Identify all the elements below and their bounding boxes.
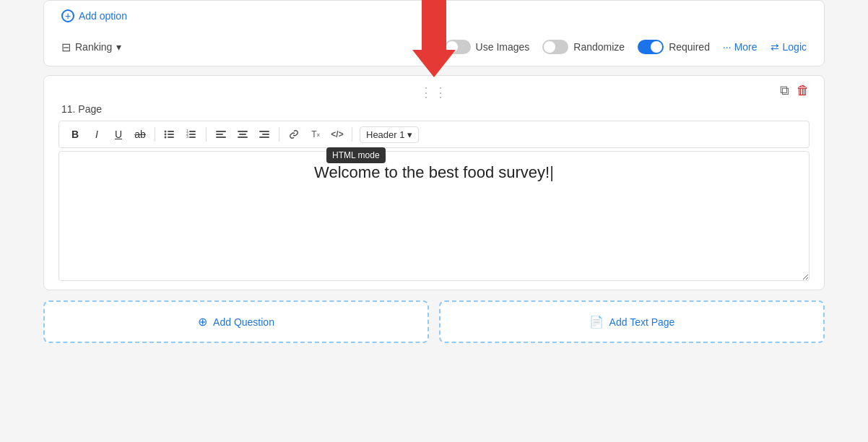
svg-text:3.: 3. — [186, 134, 189, 139]
add-text-page-icon: 📄 — [589, 315, 604, 329]
header-dropdown-label: Header 1 — [366, 129, 404, 140]
svg-rect-14 — [216, 136, 226, 138]
svg-point-4 — [165, 136, 167, 139]
svg-rect-3 — [168, 134, 174, 135]
svg-rect-12 — [216, 131, 226, 132]
ranking-button[interactable]: ⊟ Ranking ▾ — [61, 40, 121, 54]
divider-4 — [352, 127, 352, 142]
underline-button[interactable]: U — [108, 124, 129, 144]
align-left-button[interactable] — [211, 124, 231, 144]
add-question-icon: ⊕ — [198, 315, 207, 329]
html-mode-tooltip: HTML mode — [326, 147, 386, 163]
link-button[interactable] — [284, 124, 304, 144]
header-dropdown[interactable]: Header 1 ▾ — [360, 126, 419, 143]
delete-icon[interactable]: 🗑 — [797, 83, 810, 98]
add-text-page-button[interactable]: 📄 Add Text Page — [439, 300, 825, 343]
bullet-list-button[interactable] — [160, 124, 180, 144]
svg-rect-13 — [216, 134, 223, 135]
editor-content[interactable]: Welcome to the best food survey! — [58, 151, 810, 281]
add-option-icon: + — [61, 9, 74, 22]
add-question-label: Add Question — [213, 316, 274, 328]
italic-button[interactable]: I — [87, 124, 107, 144]
align-center-button[interactable] — [233, 124, 253, 144]
add-text-page-label: Add Text Page — [609, 316, 675, 328]
ranking-icon: ⊟ — [61, 40, 71, 54]
ranking-label: Ranking — [75, 41, 112, 53]
align-right-button[interactable] — [254, 124, 274, 144]
card-header: ⋮⋮ ⧉ 🗑 — [44, 76, 824, 100]
use-images-toggle-item: Use Images — [445, 40, 530, 54]
svg-rect-17 — [238, 136, 248, 138]
drag-handle-icon[interactable]: ⋮⋮ — [420, 84, 448, 100]
numbered-list-button[interactable]: 1. 2. 3. — [181, 124, 201, 144]
svg-rect-19 — [262, 134, 269, 135]
svg-rect-15 — [238, 131, 248, 132]
more-label: More — [734, 41, 758, 53]
logic-button[interactable]: ⇄ Logic — [771, 41, 807, 53]
svg-rect-16 — [239, 134, 246, 135]
add-question-button[interactable]: ⊕ Add Question — [43, 300, 429, 343]
use-images-toggle[interactable] — [445, 40, 471, 54]
divider-3 — [279, 127, 279, 142]
svg-rect-1 — [168, 131, 174, 132]
logic-label: Logic — [783, 41, 807, 53]
required-toggle[interactable] — [638, 40, 664, 54]
logic-icon: ⇄ — [771, 41, 779, 53]
svg-rect-18 — [259, 131, 269, 132]
more-button[interactable]: ··· More — [723, 41, 758, 53]
randomize-label: Randomize — [573, 41, 625, 53]
svg-point-0 — [165, 131, 167, 133]
header-chevron-icon: ▾ — [407, 129, 412, 140]
svg-point-2 — [165, 134, 167, 136]
svg-rect-7 — [189, 131, 196, 132]
editor-text: Welcome to the best food survey! — [314, 163, 554, 181]
randomize-toggle-item: Randomize — [542, 40, 625, 54]
bold-button[interactable]: B — [65, 124, 85, 144]
required-label: Required — [669, 41, 710, 53]
divider-1 — [155, 127, 155, 142]
add-option-label[interactable]: Add option — [79, 10, 127, 22]
bottom-actions: ⊕ Add Question 📄 Add Text Page — [43, 300, 825, 343]
editor-toolbar: B I U ab 1. 2. — [58, 121, 810, 148]
html-mode-button[interactable]: </> — [327, 124, 347, 144]
use-images-label: Use Images — [476, 41, 530, 53]
clear-format-button[interactable]: Tx — [305, 124, 326, 144]
divider-2 — [206, 127, 207, 142]
svg-rect-9 — [189, 134, 196, 135]
ranking-chevron-icon: ▾ — [116, 41, 121, 53]
svg-rect-5 — [168, 136, 174, 138]
strikethrough-button[interactable]: ab — [130, 124, 150, 144]
randomize-toggle[interactable] — [542, 40, 568, 54]
copy-icon[interactable]: ⧉ — [780, 83, 789, 98]
more-dots-icon: ··· — [723, 41, 732, 53]
svg-rect-20 — [259, 136, 269, 138]
page-label: 11. Page — [44, 100, 824, 121]
svg-rect-11 — [189, 136, 196, 138]
required-toggle-item: Required — [638, 40, 710, 54]
